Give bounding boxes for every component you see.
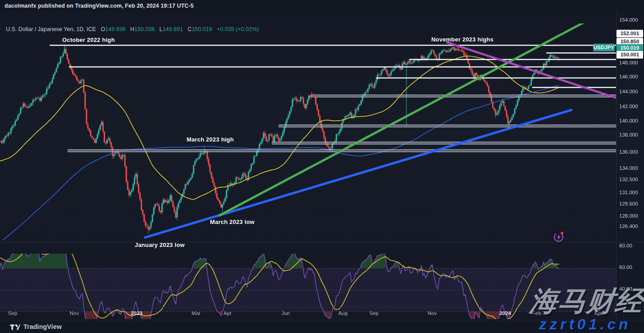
flash-idea-icon[interactable] (553, 230, 565, 243)
watermark-brand: 海马财经 (528, 283, 644, 320)
price-axis-tick: 154.000 (619, 17, 638, 23)
time-axis-label: Apr (224, 310, 232, 316)
price-level-badge: 150.001 (617, 51, 643, 59)
low-label: L (160, 26, 163, 32)
time-axis-label: 2023 (131, 310, 142, 316)
price-level-badge: 152.001 (617, 30, 643, 37)
watermark-site-url: zzrt01.cn (539, 316, 631, 333)
chart-area[interactable]: U.S. Dollar / Japanese Yen, 1D, ICE O149… (0, 12, 644, 320)
publish-text: dacolmanfx published on TradingView.com,… (5, 3, 194, 9)
price-axis-tick: 144.000 (619, 89, 638, 94)
symbol-price-badge: USDJPY (593, 44, 615, 51)
price-axis-tick: 148.000 (619, 60, 638, 65)
price-axis-tick: 126.400 (619, 224, 638, 229)
time-axis-label: Sep (8, 310, 17, 316)
price-axis-tick: 136.000 (619, 149, 638, 155)
price-axis-tick: 134.000 (619, 165, 638, 171)
open-label: O (101, 26, 105, 32)
price-axis-tick: 80.00 (619, 243, 632, 248)
low-value: 149.891 (163, 26, 183, 32)
price-axis-tick: 129.500 (619, 201, 638, 206)
price-axis-tick: 128.000 (619, 213, 638, 219)
time-axis-label: Aug (338, 310, 347, 316)
chart-annotation-text[interactable]: March 2023 low (210, 219, 255, 225)
symbol-header: U.S. Dollar / Japanese Yen, 1D, ICE O149… (6, 26, 259, 32)
notification-dot (561, 232, 563, 234)
high-label: H (130, 26, 134, 32)
price-axis-tick: 146.000 (619, 74, 638, 79)
price-axis-tick: 142.000 (619, 104, 638, 109)
time-axis-label: 2024 (499, 310, 511, 316)
chart-annotation-text[interactable]: January 2023 low (135, 242, 185, 248)
time-axis-label: Mar (192, 310, 201, 316)
price-chart-canvas[interactable] (0, 23, 616, 319)
price-axis[interactable]: 154.000148.000146.000144.000142.000140.0… (616, 12, 644, 320)
publish-bar: dacolmanfx published on TradingView.com,… (0, 0, 644, 12)
time-axis[interactable]: SepNov2023MarAprJunAugSepNov2024FebApr (0, 307, 616, 320)
price-axis-tick: 138.000 (619, 132, 638, 137)
lightning-bolt-icon (557, 234, 561, 241)
chart-annotation-text[interactable]: October 2022 high (62, 36, 115, 43)
time-axis-label: Nov (70, 310, 79, 316)
high-value: 150.036 (134, 26, 155, 32)
chart-annotation-text[interactable]: November 2023 highs (431, 36, 493, 43)
pane-separator[interactable] (0, 242, 644, 242)
price-axis-border (616, 12, 617, 320)
tradingview-chart-screenshot: dacolmanfx published on TradingView.com,… (0, 0, 644, 333)
price-axis-tick: 60.00 (619, 265, 632, 270)
change-value: +0.035 (+0.02%) (217, 26, 259, 32)
close-value: 150.019 (192, 26, 212, 32)
tradingview-logo-icon[interactable] (10, 324, 21, 331)
time-axis-label: Jun (282, 310, 290, 316)
price-axis-tick: 140.000 (619, 118, 638, 123)
open-value: 149.936 (105, 26, 125, 32)
price-axis-tick: 132.500 (619, 177, 638, 182)
time-axis-label: Sep (370, 310, 379, 316)
tradingview-wordmark[interactable]: TradingView (23, 323, 62, 330)
symbol-title[interactable]: U.S. Dollar / Japanese Yen, 1D, ICE (6, 26, 96, 32)
chart-annotation-text[interactable]: March 2023 high (187, 136, 234, 143)
price-axis-tick: 131.000 (619, 190, 638, 195)
time-axis-label: Nov (428, 310, 437, 316)
